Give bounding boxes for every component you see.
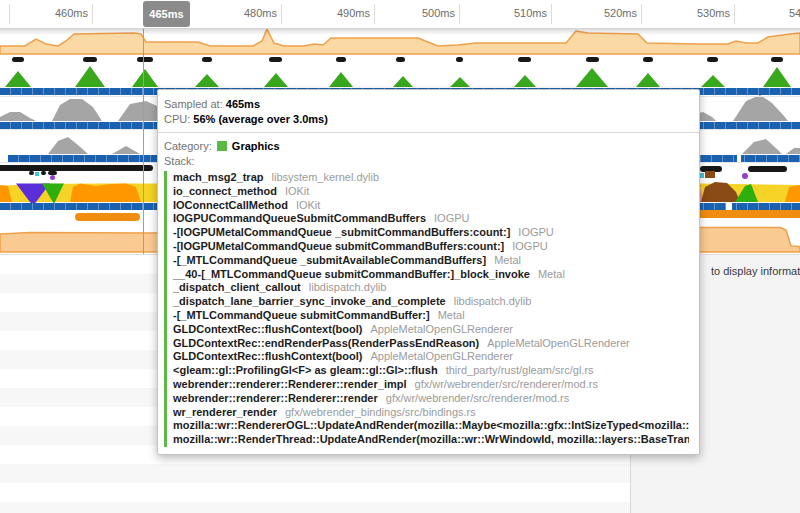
- stack-frame: mozilla::wr::RenderThread::UpdateAndRend…: [167, 433, 689, 447]
- stack-frame-library: Metal: [494, 254, 521, 266]
- stack-frame-function: GLDContextRec::flushContext(bool): [173, 323, 362, 335]
- cpu-value: 56% (average over 3.0ms): [193, 113, 328, 125]
- stack-frame: mach_msg2_traplibsystem_kernel.dylib: [167, 171, 689, 185]
- stack-frame-function: GLDContextRec::flushContext(bool): [173, 350, 362, 362]
- stack-frame-library: AppleMetalOpenGLRenderer: [370, 323, 512, 335]
- stack-frame: _dispatch_client_calloutlibdispatch.dyli…: [167, 281, 689, 295]
- stack-frame: GLDContextRec::endRenderPass(RenderPassE…: [167, 337, 689, 351]
- stack-frame-function: -[IOGPUMetalCommandQueue _submitCommandB…: [173, 226, 510, 238]
- stack-frame: <gleam::gl::ProfilingGl<F> as gleam::gl:…: [167, 364, 689, 378]
- sample-tooltip: Sampled at: 465ms CPU: 56% (average over…: [157, 89, 700, 455]
- stack-frame-library: gfx/webrender_bindings/src/bindings.rs: [285, 406, 476, 418]
- stack-frame-function: webrender::renderer::Renderer::render: [173, 392, 378, 404]
- orange-marker-bar[interactable]: [75, 213, 140, 221]
- stack-frame-library: libdispatch.dylib: [454, 295, 532, 307]
- ruler-tick-separator: [374, 4, 375, 24]
- stack-frame: GLDContextRec::flushContext(bool)AppleMe…: [167, 323, 689, 337]
- ruler-tick-separator: [641, 4, 642, 24]
- stack-frame-function: _dispatch_lane_barrier_sync_invoke_and_c…: [173, 295, 446, 307]
- stack-frame-library: IOGPU: [512, 240, 547, 252]
- stack-frame-library: gfx/wr/webrender/src/renderer/mod.rs: [386, 392, 569, 404]
- stack-frame-library: IOKit: [285, 185, 309, 197]
- ruler-tick-separator: [9, 4, 10, 24]
- stack-label-row: Stack:: [164, 154, 689, 169]
- stack-frame: webrender::renderer::Renderer::rendergfx…: [167, 392, 689, 406]
- gc-spikes: [5, 66, 791, 87]
- ruler-tick-separator: [734, 4, 735, 24]
- thread-activity-bar[interactable]: [748, 166, 787, 172]
- stack-frame: IOGPUCommandQueueSubmitCommandBuffersIOG…: [167, 212, 689, 226]
- ruler-tick-label: 480ms: [217, 7, 277, 19]
- stack-frame: -[IOGPUMetalCommandQueue _submitCommandB…: [167, 226, 689, 240]
- stack-frame-function: IOConnectCallMethod: [173, 199, 288, 211]
- ruler-tick-separator: [92, 4, 93, 24]
- ruler-tick-separator: [551, 4, 552, 24]
- stack-frame: IOConnectCallMethodIOKit: [167, 199, 689, 213]
- stack-frame-function: mach_msg2_trap: [173, 171, 264, 183]
- cpu-label: CPU:: [164, 113, 190, 125]
- stack-frame: -[IOGPUMetalCommandQueue submitCommandBu…: [167, 240, 689, 254]
- stack-frame-function: __40-[_MTLCommandQueue submitCommandBuff…: [173, 268, 530, 280]
- stack-frame-library: libdispatch.dylib: [309, 281, 387, 293]
- marker-dot[interactable]: [29, 171, 34, 175]
- stack-frame-function: GLDContextRec::endRenderPass(RenderPassE…: [173, 337, 479, 349]
- stack-frame: mozilla::wr::RendererOGL::UpdateAndRende…: [167, 419, 689, 433]
- ruler-tick-label: 510ms: [487, 7, 547, 19]
- stack-frame: _dispatch_lane_barrier_sync_invoke_and_c…: [167, 295, 689, 309]
- sampled-at-label: Sampled at:: [164, 98, 223, 110]
- stack-more-indicator: ...: [164, 447, 689, 455]
- ruler-tick-label: 520ms: [577, 7, 637, 19]
- stack-frame-library: AppleMetalOpenGLRenderer: [370, 350, 512, 362]
- profiler-app: { "ruler": { "ticks": [ {"label":"460ms"…: [0, 0, 800, 513]
- marker-dot[interactable]: [41, 171, 46, 175]
- ruler-tick-separator: [281, 4, 282, 24]
- sampled-at-row: Sampled at: 465ms: [164, 97, 689, 112]
- marker-dot[interactable]: [35, 172, 39, 176]
- ruler-tick-label: 530ms: [670, 7, 730, 19]
- thread-activity-bar[interactable]: [0, 165, 153, 171]
- stack-frame-function: -[_MTLCommandQueue _submitAvailableComma…: [173, 254, 486, 266]
- orange-marker-bar[interactable]: [688, 210, 800, 218]
- stack-frame-function: <gleam::gl::ProfilingGl<F> as gleam::gl:…: [173, 364, 438, 376]
- ruler-tick-label: 460ms: [28, 7, 88, 19]
- ruler-tick-label: 540ms: [762, 7, 800, 19]
- stack-frame-library: gfx/wr/webrender/src/renderer/mod.rs: [415, 378, 598, 390]
- stack-frame-function: webrender::renderer::Renderer::render_im…: [173, 378, 407, 390]
- category-row: Category: Graphics: [164, 139, 689, 154]
- stack-frame-library: IOGPU: [518, 226, 553, 238]
- cpu-row: CPU: 56% (average over 3.0ms): [164, 112, 689, 127]
- stack-frame: -[_MTLCommandQueue _submitAvailableComma…: [167, 254, 689, 268]
- stack-frame: GLDContextRec::flushContext(bool)AppleMe…: [167, 350, 689, 364]
- stack-frame-library: Metal: [438, 309, 465, 321]
- stack-frame: wr_renderer_rendergfx/webrender_bindings…: [167, 406, 689, 420]
- hovered-time-badge: 465ms: [143, 1, 190, 27]
- stack-frame-function: wr_renderer_render: [173, 406, 277, 418]
- stack-frame-function: mozilla::wr::RenderThread::UpdateAndRend…: [173, 433, 689, 445]
- stack-frame-library: IOGPU: [434, 212, 469, 224]
- stack-frame-function: _dispatch_client_callout: [173, 281, 301, 293]
- stack-frame-function: -[_MTLCommandQueue submitCommandBuffer:]: [173, 309, 430, 321]
- timeline-ruler[interactable]: 460ms480ms490ms500ms510ms520ms530ms540ms: [0, 0, 800, 29]
- sampled-at-value: 465ms: [226, 98, 260, 110]
- cpu-usage-area: [0, 29, 800, 54]
- stack-frame-library: libsystem_kernel.dylib: [272, 171, 380, 183]
- ruler-tick-label: 500ms: [395, 7, 455, 19]
- stack-frame-library: third_party/rust/gleam/src/gl.rs: [446, 364, 594, 376]
- ruler-tick-separator: [459, 4, 460, 24]
- stack-frame-function: -[IOGPUMetalCommandQueue submitCommandBu…: [173, 240, 504, 252]
- stack-list: mach_msg2_traplibsystem_kernel.dylibio_c…: [164, 171, 689, 447]
- marker-dot[interactable]: [742, 173, 748, 179]
- stack-label: Stack:: [164, 155, 195, 167]
- marker-dot[interactable]: [50, 175, 55, 180]
- tooltip-divider: [158, 132, 699, 133]
- ruler-tick-label: 490ms: [310, 7, 370, 19]
- stack-frame: io_connect_methodIOKit: [167, 185, 689, 199]
- stack-frame-library: IOKit: [296, 199, 320, 211]
- info-panel-text: to display informati: [711, 265, 800, 277]
- category-label: Category:: [164, 140, 212, 152]
- category-value: Graphics: [232, 140, 280, 152]
- marker-dot[interactable]: [705, 171, 715, 178]
- stack-frame: webrender::renderer::Renderer::render_im…: [167, 378, 689, 392]
- jank-markers: [12, 57, 783, 62]
- stack-frame-library: AppleMetalOpenGLRenderer: [487, 337, 629, 349]
